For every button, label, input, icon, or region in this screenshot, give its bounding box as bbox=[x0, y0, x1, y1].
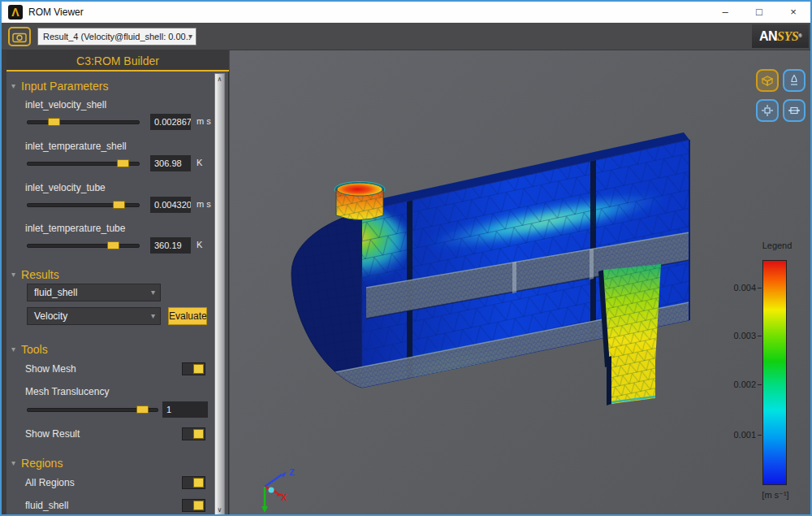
param-value-field[interactable]: 0.0043208 bbox=[150, 197, 191, 213]
all-regions-row: All Regions bbox=[25, 476, 210, 489]
slider-track[interactable] bbox=[27, 244, 140, 248]
legend-title: Legend bbox=[748, 241, 806, 250]
mesh-translucency-value-field[interactable]: 1 bbox=[162, 401, 208, 418]
variable-dropdown-value: Velocity bbox=[34, 310, 67, 322]
scroll-up-icon[interactable]: ∧ bbox=[215, 76, 224, 83]
camera-icon bbox=[12, 31, 27, 43]
collapse-triangle-icon: ▾ bbox=[11, 458, 15, 467]
viewport-3d[interactable]: Z X Y bbox=[230, 50, 812, 516]
show-mesh-toggle[interactable] bbox=[182, 362, 205, 375]
param-value-field[interactable]: 0.0028675 bbox=[150, 114, 191, 130]
registered-mark: ® bbox=[798, 33, 801, 38]
legend-tick-mark bbox=[758, 384, 762, 385]
variable-dropdown[interactable]: Velocity ▾ bbox=[27, 307, 161, 325]
show-result-label: Show Result bbox=[25, 428, 188, 440]
toggle-knob bbox=[193, 429, 204, 439]
panel-edge bbox=[2, 50, 6, 516]
fit-plane-icon bbox=[788, 104, 801, 117]
show-result-toggle[interactable] bbox=[182, 427, 205, 440]
slider-handle[interactable] bbox=[48, 118, 60, 126]
show-mesh-label: Show Mesh bbox=[25, 363, 188, 375]
slider-handle[interactable] bbox=[113, 201, 125, 209]
section-input-parameters[interactable]: ▾Input Parameters bbox=[11, 80, 198, 94]
chevron-down-icon: ▾ bbox=[151, 308, 155, 324]
evaluate-button[interactable]: Evaluate bbox=[168, 307, 207, 325]
collapse-triangle-icon: ▾ bbox=[11, 270, 15, 279]
fluid-shell-row: fluid_shell bbox=[25, 499, 210, 512]
close-button[interactable]: × bbox=[776, 2, 810, 23]
results-variable-row: Velocity ▾ Evaluate bbox=[25, 307, 210, 325]
maximize-button[interactable]: □ bbox=[742, 2, 776, 23]
section-results[interactable]: ▾Results bbox=[11, 268, 198, 283]
window-title: ROM Viewer bbox=[28, 7, 84, 18]
ansys-logo-an: AN bbox=[759, 29, 777, 43]
perspective-view-button[interactable] bbox=[783, 69, 806, 92]
toggle-knob bbox=[193, 478, 204, 488]
results-region-row: fluid_shell ▾ bbox=[25, 284, 210, 301]
slider-handle[interactable] bbox=[136, 405, 149, 414]
param-unit: K bbox=[197, 158, 202, 167]
param-unit: K bbox=[197, 240, 202, 249]
param-unit: m s bbox=[197, 116, 211, 126]
ansys-logo-sys: SYS bbox=[777, 29, 798, 43]
chevron-down-icon: ▾ bbox=[188, 28, 192, 45]
rom-viewer-window: Λ ROM Viewer – □ × Result_4 (Velocity@fl… bbox=[0, 0, 812, 516]
legend-tick: 0.004 bbox=[722, 283, 756, 293]
collapse-triangle-icon: ▾ bbox=[11, 345, 15, 353]
isometric-view-button[interactable] bbox=[756, 69, 779, 92]
tube-joint bbox=[512, 262, 516, 293]
legend-tick-mark bbox=[758, 336, 762, 336]
all-regions-toggle[interactable] bbox=[182, 476, 205, 489]
inlet-nozzle bbox=[335, 182, 385, 220]
fit-selection-button[interactable] bbox=[783, 99, 806, 122]
section-regions[interactable]: ▾Regions bbox=[11, 457, 198, 471]
param-label: inlet_velocity_shell bbox=[25, 99, 188, 111]
param-value-field[interactable]: 360.19 bbox=[150, 237, 191, 254]
axis-triad: Z X Y bbox=[261, 467, 295, 516]
title-bar: Λ ROM Viewer – □ × bbox=[2, 2, 810, 23]
mesh-translucency-label: Mesh Translucency bbox=[25, 386, 188, 397]
param-slider-row: 360.19 K bbox=[25, 237, 210, 254]
axis-x-label: X bbox=[281, 492, 287, 502]
legend-colorbar bbox=[762, 260, 787, 485]
iso-box-icon bbox=[761, 74, 774, 87]
result-selector-dropdown[interactable]: Result_4 (Velocity@fluid_shell: 0.00.. ▾ bbox=[37, 28, 197, 46]
app-logo-icon: Λ bbox=[8, 5, 23, 20]
fit-view-button[interactable] bbox=[756, 99, 779, 122]
minimize-button[interactable]: – bbox=[708, 2, 742, 23]
param-label: inlet_temperature_shell bbox=[25, 141, 188, 152]
panel-title: C3:ROM Builder bbox=[6, 50, 229, 72]
outlet-nozzle bbox=[598, 264, 661, 405]
region-dropdown[interactable]: fluid_shell ▾ bbox=[27, 284, 161, 301]
legend-tick-mark bbox=[758, 435, 762, 436]
snapshot-button[interactable] bbox=[8, 27, 31, 46]
collapse-triangle-icon: ▾ bbox=[11, 81, 15, 90]
slider-handle[interactable] bbox=[107, 241, 119, 249]
chevron-down-icon: ▾ bbox=[151, 284, 155, 301]
param-value-field[interactable]: 306.98 bbox=[150, 155, 191, 171]
section-label: Tools bbox=[21, 343, 48, 356]
sidebar-scrollbar[interactable]: ∧ ∨ bbox=[214, 73, 225, 516]
slider-handle[interactable] bbox=[117, 159, 129, 167]
section-tools[interactable]: ▾Tools bbox=[11, 343, 198, 358]
region-dropdown-value: fluid_shell bbox=[34, 287, 77, 298]
fit-cube-icon bbox=[761, 104, 774, 117]
toggle-knob bbox=[193, 364, 204, 374]
slider-track[interactable] bbox=[27, 120, 140, 124]
param-slider-row: 0.0043208 m s bbox=[25, 197, 210, 213]
show-mesh-row: Show Mesh bbox=[25, 362, 210, 375]
show-result-row: Show Result bbox=[25, 427, 210, 440]
legend-tick-mark bbox=[758, 288, 762, 288]
scroll-down-icon[interactable]: ∨ bbox=[215, 506, 224, 514]
cone-icon bbox=[788, 74, 801, 87]
param-label: inlet_velocity_tube bbox=[25, 182, 188, 193]
all-regions-label: All Regions bbox=[25, 477, 188, 488]
section-label: Input Parameters bbox=[21, 80, 108, 93]
ansys-logo: ANSYS® bbox=[752, 24, 809, 48]
tube-joint bbox=[590, 249, 594, 280]
fluid-shell-label: fluid_shell bbox=[25, 500, 188, 511]
shell-dome bbox=[292, 211, 362, 388]
fluid-shell-toggle[interactable] bbox=[182, 499, 205, 512]
param-slider-row: 0.0028675 m s bbox=[25, 114, 210, 130]
result-selector-value: Result_4 (Velocity@fluid_shell: 0.00.. bbox=[43, 32, 191, 41]
